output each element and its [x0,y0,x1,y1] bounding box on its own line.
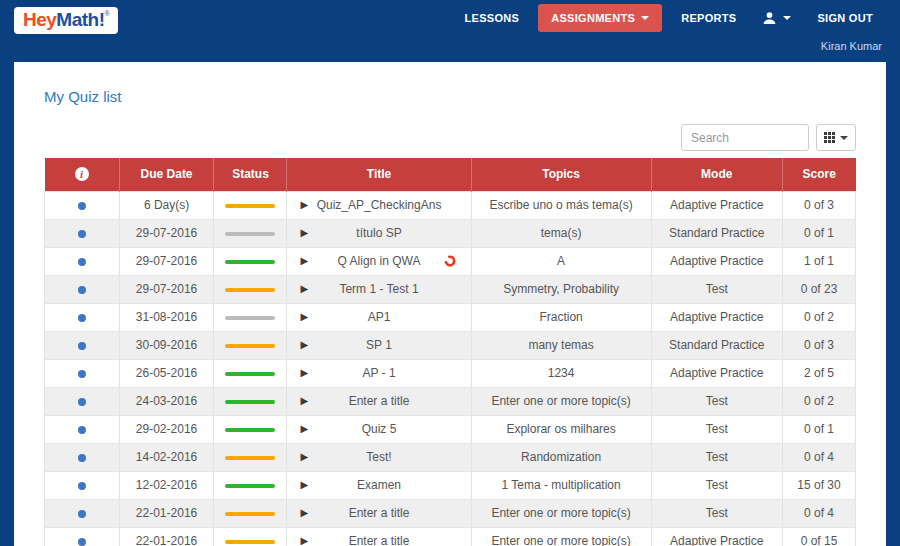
table-row: 22-01-2016▶Enter a titleEnter one or mor… [45,527,856,546]
quiz-title: AP1 [368,310,391,324]
quiz-title: Q Align in QWA [338,254,421,268]
play-icon[interactable]: ▶ [300,396,308,406]
mode-cell: Adaptive Practice [651,527,782,546]
status-cell [214,471,287,499]
topics-cell: 1 Tema - multiplication [471,471,651,499]
status-bar-gray [225,232,275,236]
play-icon[interactable]: ▶ [300,256,308,266]
nav-item-label: ASSIGNMENTS [551,12,635,24]
quiz-title: Quiz_AP_CheckingAns [317,198,442,212]
table-row: 29-07-2016▶Q Align in QWAAAdaptive Pract… [45,247,856,275]
table-row: 29-07-2016▶título SPtema(s)Standard Prac… [45,219,856,247]
mode-cell: Adaptive Practice [651,303,782,331]
due-date-cell: 22-01-2016 [119,527,214,546]
status-dot-icon[interactable] [78,370,86,378]
status-cell [214,331,287,359]
due-date-cell: 31-08-2016 [119,303,214,331]
info-icon[interactable]: i [75,167,89,181]
nav-item-assignments[interactable]: ASSIGNMENTS [538,4,662,32]
status-dot-icon[interactable] [78,454,86,462]
play-icon[interactable]: ▶ [300,452,308,462]
status-dot-icon[interactable] [78,426,86,434]
due-date-cell: 6 Day(s) [119,191,214,219]
quiz-title: Enter a title [349,394,410,408]
play-icon[interactable]: ▶ [300,284,308,294]
topics-cell: Explorar os milhares [471,415,651,443]
title-cell: ▶Q Align in QWA [287,247,471,275]
row-info-cell [45,219,120,247]
logo-text-math: Math! [56,9,104,30]
status-bar-yellow [225,204,275,208]
due-date-cell: 22-01-2016 [119,499,214,527]
due-date-cell: 14-02-2016 [119,443,214,471]
status-dot-icon[interactable] [78,342,86,350]
mode-cell: Test [651,443,782,471]
play-icon[interactable]: ▶ [300,200,308,210]
status-bar-yellow [225,512,275,516]
row-info-cell [45,527,120,546]
topics-cell: Enter one or more topic(s) [471,499,651,527]
status-dot-icon[interactable] [78,510,86,518]
title-cell: ▶AP - 1 [287,359,471,387]
status-dot-icon[interactable] [78,230,86,238]
status-dot-icon[interactable] [78,202,86,210]
row-info-cell [45,303,120,331]
column-visibility-button[interactable] [816,124,856,151]
mode-cell: Test [651,415,782,443]
nav-item-signout[interactable]: SIGN OUT [804,4,886,32]
mode-cell: Adaptive Practice [651,247,782,275]
search-input[interactable] [681,124,809,151]
mode-cell: Adaptive Practice [651,359,782,387]
user-menu[interactable] [749,3,804,33]
status-dot-icon[interactable] [78,258,86,266]
status-dot-icon[interactable] [78,398,86,406]
nav-item-label: LESSONS [464,12,519,24]
title-cell: ▶Term 1 - Test 1 [287,275,471,303]
score-cell: 0 of 1 [782,219,855,247]
play-icon[interactable]: ▶ [300,424,308,434]
play-icon[interactable]: ▶ [300,508,308,518]
status-bar-green [225,372,275,376]
status-cell [214,499,287,527]
play-icon[interactable]: ▶ [300,312,308,322]
header-topics: Topics [471,158,651,191]
quiz-table: i Due Date Status Title Topics Mode Scor… [44,158,856,546]
title-cell: ▶Quiz 5 [287,415,471,443]
due-date-cell: 12-02-2016 [119,471,214,499]
play-icon[interactable]: ▶ [300,480,308,490]
title-cell: ▶Examen [287,471,471,499]
table-row: 24-03-2016▶Enter a titleEnter one or mor… [45,387,856,415]
score-cell: 15 of 30 [782,471,855,499]
play-icon[interactable]: ▶ [300,228,308,238]
status-dot-icon[interactable] [78,314,86,322]
status-dot-icon[interactable] [78,286,86,294]
status-bar-green [225,400,275,404]
mode-cell: Test [651,471,782,499]
nav-item-label: REPORTS [681,12,736,24]
play-icon[interactable]: ▶ [300,536,308,546]
row-info-cell [45,331,120,359]
row-info-cell [45,387,120,415]
status-cell [214,219,287,247]
score-cell: 0 of 23 [782,275,855,303]
due-date-cell: 29-02-2016 [119,415,214,443]
heymath-logo[interactable]: HeyMath!® [14,7,118,34]
redo-icon[interactable] [444,255,456,267]
status-cell [214,275,287,303]
nav-item-reports[interactable]: REPORTS [668,4,749,32]
nav-item-lessons[interactable]: LESSONS [451,4,532,32]
row-info-cell [45,443,120,471]
status-dot-icon[interactable] [78,538,86,546]
score-cell: 0 of 15 [782,527,855,546]
play-icon[interactable]: ▶ [300,368,308,378]
quiz-title: Term 1 - Test 1 [339,282,418,296]
row-info-cell [45,471,120,499]
play-icon[interactable]: ▶ [300,340,308,350]
title-cell: ▶AP1 [287,303,471,331]
row-info-cell [45,499,120,527]
header-status: Status [214,158,287,191]
status-dot-icon[interactable] [78,482,86,490]
quiz-title: título SP [356,226,401,240]
title-cell: ▶Test! [287,443,471,471]
score-cell: 0 of 1 [782,415,855,443]
